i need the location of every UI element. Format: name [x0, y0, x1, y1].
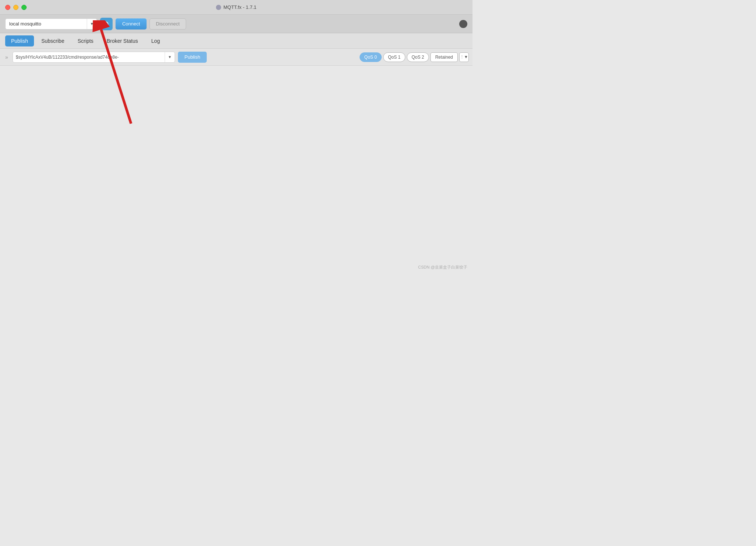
- publish-bar: » $sys/HYicAxV4uB/112233/cmd/response/ad…: [0, 49, 472, 66]
- close-button[interactable]: [5, 5, 10, 10]
- topic-dropdown-arrow[interactable]: ▼: [165, 52, 175, 62]
- tab-subscribe[interactable]: Subscribe: [35, 35, 70, 46]
- publish-label: Publish: [185, 54, 200, 60]
- connect-label: Connect: [122, 21, 140, 27]
- qos0-button[interactable]: QoS 0: [360, 52, 382, 62]
- tab-broker-status[interactable]: Broker Status: [101, 35, 144, 46]
- disconnect-button[interactable]: Disconnect: [150, 18, 186, 30]
- maximize-button[interactable]: [21, 5, 27, 10]
- title-text: MQTT.fx - 1.7.1: [223, 4, 257, 10]
- main-content: [0, 66, 472, 273]
- watermark: CSDN @韭菜盒子白菜饺子: [418, 265, 467, 270]
- retained-button[interactable]: Retained: [430, 52, 458, 62]
- topic-input[interactable]: $sys/HYicAxV4uB/112233/cmd/response/ad74…: [13, 55, 165, 60]
- window-title: MQTT.fx - 1.7.1: [216, 4, 257, 10]
- qos1-button[interactable]: QoS 1: [383, 52, 405, 62]
- tab-log[interactable]: Log: [145, 35, 166, 46]
- extra-options-button[interactable]: ⋮▼: [459, 52, 469, 62]
- qos-buttons: QoS 0 QoS 1 QoS 2 Retained ⋮▼: [360, 52, 469, 62]
- connection-dropdown-arrow[interactable]: ▼: [87, 19, 97, 29]
- tab-scripts[interactable]: Scripts: [72, 35, 99, 46]
- traffic-lights: [5, 5, 27, 10]
- qos2-button[interactable]: QoS 2: [407, 52, 429, 62]
- title-icon: [216, 5, 221, 10]
- toolbar: local mosquitto ▼ ⚙ Connect Disconnect: [0, 15, 472, 33]
- minimize-button[interactable]: [13, 5, 18, 10]
- connection-select[interactable]: local mosquitto: [6, 21, 87, 27]
- connection-select-wrapper[interactable]: local mosquitto ▼: [5, 18, 97, 30]
- tab-publish[interactable]: Publish: [5, 35, 34, 46]
- tabs: Publish Subscribe Scripts Broker Status …: [0, 33, 472, 49]
- disconnect-label: Disconnect: [156, 21, 179, 27]
- connect-button[interactable]: Connect: [116, 18, 147, 30]
- expand-icon[interactable]: »: [4, 53, 10, 62]
- gear-icon: ⚙: [104, 20, 109, 27]
- title-bar: MQTT.fx - 1.7.1: [0, 0, 472, 15]
- publish-button[interactable]: Publish: [178, 52, 207, 63]
- topic-input-wrapper[interactable]: $sys/HYicAxV4uB/112233/cmd/response/ad74…: [13, 52, 175, 63]
- connection-indicator: [459, 20, 467, 28]
- gear-button[interactable]: ⚙: [100, 18, 113, 30]
